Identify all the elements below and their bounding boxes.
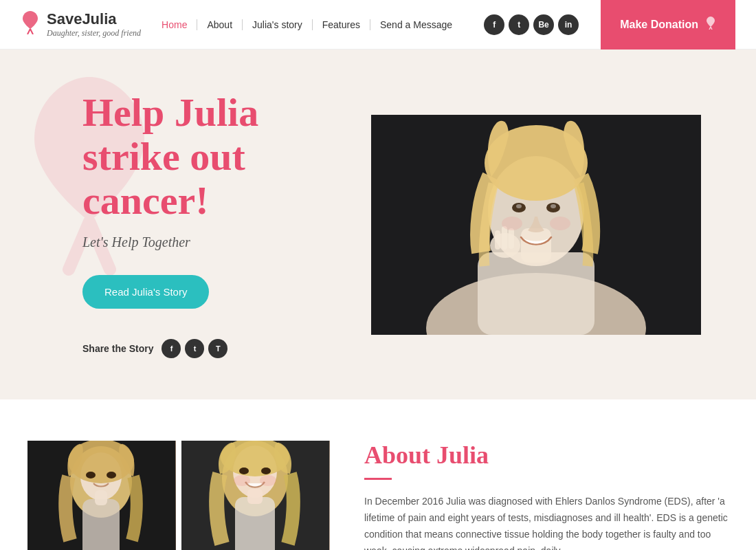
svg-point-15 — [550, 217, 570, 230]
svg-point-22 — [86, 472, 96, 478]
about-title: About Julia — [364, 441, 729, 470]
instagram-icon[interactable]: in — [558, 14, 579, 35]
svg-rect-11 — [495, 230, 500, 250]
svg-point-8 — [516, 204, 522, 208]
hero-section: Help Julia strike out cancer! Let's Help… — [0, 50, 756, 399]
donate-button[interactable]: Make Donation — [601, 0, 735, 50]
hero-content: Help Julia strike out cancer! Let's Help… — [82, 91, 371, 358]
svg-point-30 — [239, 468, 249, 474]
nav-home[interactable]: Home — [152, 19, 197, 30]
photo-grid — [27, 441, 330, 550]
share-tumblr-icon[interactable]: T — [208, 339, 227, 358]
hero-title-line3: cancer! — [82, 178, 209, 223]
svg-point-14 — [502, 217, 522, 230]
hero-title-line1: Help Julia — [82, 90, 258, 135]
facebook-icon[interactable]: f — [484, 14, 504, 35]
logo: SaveJulia Daughter, sister, good friend — [21, 10, 141, 39]
svg-point-5 — [485, 125, 588, 201]
share-icons: f t T — [162, 339, 227, 358]
svg-point-9 — [551, 204, 556, 208]
about-section: About Julia In December 2016 Julia was d… — [351, 441, 729, 550]
donate-label: Make Donation — [620, 19, 698, 31]
svg-point-31 — [261, 468, 271, 474]
header-social-icons: f t Be in — [484, 14, 579, 35]
photo-2 — [181, 441, 330, 550]
svg-point-32 — [234, 475, 250, 486]
main-nav: Home About Julia's story Features Send a… — [152, 19, 462, 30]
svg-rect-19 — [82, 499, 120, 550]
svg-rect-27 — [235, 497, 275, 550]
nav-julias-story[interactable]: Julia's story — [243, 19, 313, 30]
below-fold-section: About Julia In December 2016 Julia was d… — [0, 399, 756, 550]
hero-photo — [371, 115, 701, 335]
header: SaveJulia Daughter, sister, good friend … — [0, 0, 756, 50]
logo-subtitle: Daughter, sister, good friend — [47, 28, 141, 38]
svg-rect-13 — [509, 228, 514, 249]
hero-title-line2: strike out — [82, 134, 245, 179]
share-facebook-icon[interactable]: f — [162, 339, 181, 358]
share-section: Share the Story f t T — [82, 339, 371, 358]
share-twitter-icon[interactable]: t — [185, 339, 204, 358]
read-story-button[interactable]: Read Julia's Story — [82, 275, 209, 309]
nav-features[interactable]: Features — [313, 19, 370, 30]
logo-ribbon-icon — [21, 10, 40, 39]
svg-point-21 — [68, 441, 134, 483]
about-divider — [364, 478, 392, 480]
hero-subtitle: Let's Help Together — [82, 234, 371, 250]
share-label: Share the Story — [82, 343, 153, 354]
donate-ribbon-icon — [705, 16, 716, 33]
twitter-icon[interactable]: t — [509, 14, 529, 35]
hero-title: Help Julia strike out cancer! — [82, 91, 371, 222]
svg-rect-12 — [502, 226, 507, 250]
about-text: In December 2016 Julia was diagnosed wit… — [364, 494, 729, 550]
svg-point-23 — [107, 472, 116, 478]
svg-point-33 — [260, 475, 276, 486]
svg-rect-20 — [95, 490, 107, 505]
photo-1 — [27, 441, 176, 550]
nav-about[interactable]: About — [197, 19, 243, 30]
svg-rect-28 — [247, 489, 263, 504]
behance-icon[interactable]: Be — [533, 14, 554, 35]
logo-title: SaveJulia — [47, 10, 141, 28]
nav-send-message[interactable]: Send a Message — [370, 19, 462, 30]
